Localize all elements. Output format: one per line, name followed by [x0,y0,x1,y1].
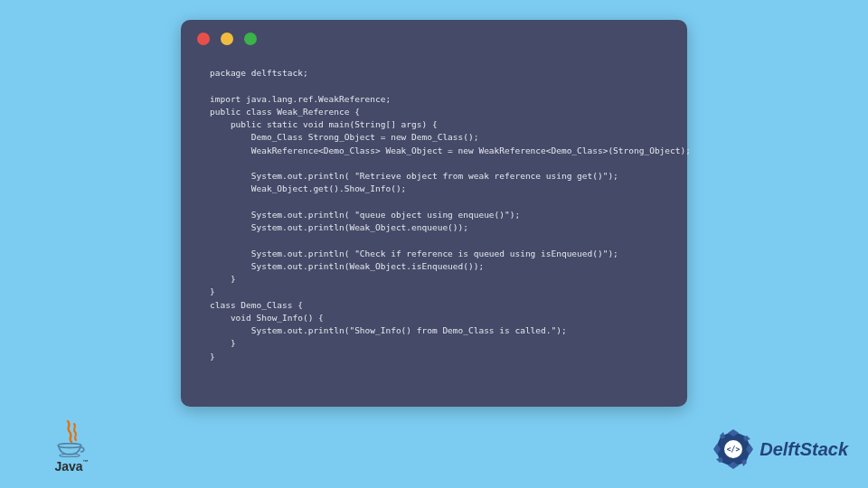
code-content: package delftstack; import java.lang.ref… [210,67,669,389]
java-cup-icon [55,443,88,457]
delftstack-logo: </> DelftStack [712,428,848,470]
code-window: package delftstack; import java.lang.ref… [181,20,687,407]
java-logo-text: Java™ [54,459,88,474]
delftstack-label: DelftStack [760,439,848,460]
svg-point-1 [60,454,80,456]
java-label: Java [54,459,82,474]
java-trademark: ™ [83,459,89,465]
svg-point-0 [58,444,81,448]
java-logo: Java™ [49,414,94,474]
maximize-icon[interactable] [244,33,257,45]
badge-glyph: </> [727,446,741,454]
close-icon[interactable] [197,33,210,45]
delftstack-badge-icon: </> [712,428,754,470]
minimize-icon[interactable] [221,33,233,45]
window-traffic-lights [197,33,257,45]
java-steam-icon [59,419,84,443]
